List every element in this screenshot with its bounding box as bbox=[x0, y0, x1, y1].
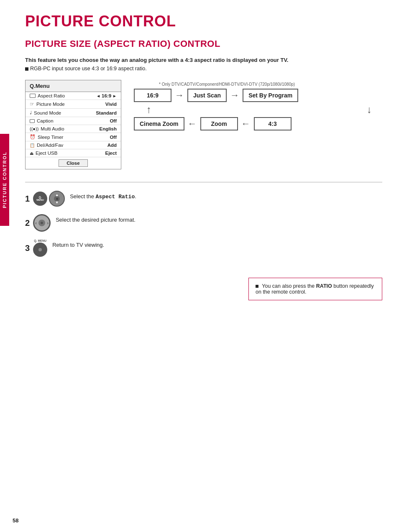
qmenu-row-picture: ☞ Picture Mode Vivid bbox=[26, 100, 121, 109]
flow-top-row: 16:9 → Just Scan → Set By Program bbox=[134, 89, 382, 102]
eject-usb-icon: ⏏ bbox=[30, 151, 33, 156]
steps-area: 1 Q. MENU ▲ bbox=[25, 191, 382, 257]
up-arrow: ↑ bbox=[134, 104, 151, 115]
up-chevron: ▲ bbox=[55, 193, 59, 197]
page-title: PICTURE CONTROL bbox=[25, 13, 382, 30]
qmenu-value-caption: Off bbox=[110, 118, 117, 123]
wheel-right-arrow: › bbox=[47, 220, 49, 225]
step-2-number: 2 bbox=[25, 219, 30, 227]
flow-bottom-row: Cinema Zoom ← Zoom ← 4:3 bbox=[134, 117, 382, 130]
note-container: You can also press the RATIO button repe… bbox=[25, 269, 382, 300]
intro-sub: RGB-PC input source use 4:3 or 16:9 aspe… bbox=[25, 66, 382, 72]
arrow-right-1: → bbox=[171, 90, 187, 101]
qmenu-title: Q.Menu bbox=[26, 80, 121, 92]
qmenu-label-sound: ♩ Sound Mode bbox=[30, 110, 61, 115]
sound-icon: ♩ bbox=[30, 110, 32, 115]
flow-box-set-by-program: Set By Program bbox=[243, 89, 298, 102]
qmenu-row-sleep: ⏰ Sleep Timer Off bbox=[26, 133, 121, 141]
step-1-text: Select the Aspect Ratio. bbox=[70, 191, 136, 200]
flow-box-16-9: 16:9 bbox=[134, 89, 171, 102]
qmenu-row-multi: ((●)) Multi Audio English bbox=[26, 125, 121, 133]
step-2-text: Select the desired picture format. bbox=[56, 214, 136, 223]
wheel-left-arrow: ‹ bbox=[35, 220, 37, 225]
qmenu-label-sleep: ⏰ Sleep Timer bbox=[30, 134, 63, 140]
qmenu-row-caption: Caption Off bbox=[26, 117, 121, 125]
page-number: 58 bbox=[13, 517, 18, 524]
qmenu-row-eject: ⏏ Eject USB Eject bbox=[26, 149, 121, 157]
flow-middle-arrows: ↑ ↓ bbox=[134, 102, 382, 117]
qmenu-value-sound: Standard bbox=[96, 110, 117, 115]
step-3-text: Return to TV viewing. bbox=[52, 239, 104, 248]
flow-box-4-3: 4:3 bbox=[254, 117, 292, 130]
diagram-area: Q.Menu Aspect Ratio ◄ 16:9 ► ☞ Picture M… bbox=[25, 80, 382, 169]
note-box: You can also press the RATIO button repe… bbox=[248, 278, 382, 300]
qmenu-row-aspect: Aspect Ratio ◄ 16:9 ► bbox=[26, 92, 121, 100]
qmenu-label-caption: Caption bbox=[30, 118, 54, 123]
side-tab: PICTURE CONTROL bbox=[0, 134, 9, 226]
note-text-bold: RATIO bbox=[316, 283, 332, 289]
section-divider bbox=[25, 182, 382, 182]
qmenu-close-button[interactable]: Close bbox=[59, 159, 87, 167]
down-arrow: ↓ bbox=[367, 104, 382, 115]
step-1-icon-wrapper: 1 Q. MENU ▲ bbox=[25, 191, 65, 207]
qmenu-button-icon: Q. MENU bbox=[33, 192, 47, 206]
multi-audio-icon: ((●)) bbox=[30, 126, 38, 131]
caption-icon bbox=[30, 119, 35, 123]
qmenu-row-sound: ♩ Sound Mode Standard bbox=[26, 109, 121, 117]
picture-icon: ☞ bbox=[30, 101, 34, 107]
flow-box-zoom: Zoom bbox=[200, 117, 238, 130]
qmenu-value-aspect: ◄ 16:9 ► bbox=[96, 93, 117, 98]
step-3-icon: Q. MENU bbox=[33, 239, 47, 257]
sleep-timer-icon: ⏰ bbox=[30, 134, 36, 140]
flow-box-cinema-zoom: Cinema Zoom bbox=[134, 117, 184, 130]
flow-box-just-scan: Just Scan bbox=[187, 89, 227, 102]
section-title: PICTURE SIZE (ASPECT RATIO) CONTROL bbox=[25, 38, 382, 49]
flow-diagram: * Only DTV/CADTV/Component/HDMI-DTV/DVI-… bbox=[134, 80, 382, 130]
bullet-icon bbox=[25, 67, 28, 71]
qmenu-value-sleep: Off bbox=[110, 135, 117, 140]
step-1-number: 1 bbox=[25, 194, 30, 203]
del-add-fav-icon: 📋 bbox=[30, 143, 35, 148]
down-chevron: ▼ bbox=[55, 200, 59, 205]
side-tab-label: PICTURE CONTROL bbox=[2, 151, 7, 208]
intro-text: This feature lets you choose the way an … bbox=[25, 57, 382, 63]
nav-wheel-icon: ▲ ▼ bbox=[49, 191, 65, 207]
qmenu-label-aspect: Aspect Ratio bbox=[30, 93, 65, 98]
step-3-icon-wrapper: 3 Q. MENU bbox=[25, 239, 47, 257]
step-2: 2 ‹ › Select the desired bbox=[25, 214, 382, 232]
step-2-icon: ‹ › bbox=[33, 214, 51, 232]
flow-note: * Only DTV/CADTV/Component/HDMI-DTV/DVI-… bbox=[159, 82, 382, 87]
qmenu-value-del: Add bbox=[107, 143, 117, 148]
step-2-icon-wrapper: 2 ‹ › bbox=[25, 214, 51, 232]
qmenu-label-multi: ((●)) Multi Audio bbox=[30, 126, 64, 131]
step-3-number: 3 bbox=[25, 244, 30, 252]
arrow-right-2: → bbox=[227, 90, 243, 101]
step-3: 3 Q. MENU Return to TV viewing. bbox=[25, 239, 382, 257]
right-arrow-icon: ► bbox=[113, 94, 117, 98]
note-text-before: You can also press the bbox=[262, 283, 316, 289]
left-arrow-icon: ◄ bbox=[96, 94, 100, 98]
step-1: 1 Q. MENU ▲ bbox=[25, 191, 382, 207]
qmenu-row-del: 📋 Del/Add/Fav Add bbox=[26, 141, 121, 149]
qmenu-label-above: Q. MENU bbox=[34, 239, 46, 242]
bullet-square-note bbox=[256, 285, 258, 288]
step-1-icons: Q. MENU ▲ bbox=[33, 191, 65, 207]
qmenu-close-row: Close bbox=[26, 157, 121, 169]
qmenu-label-eject: ⏏ Eject USB bbox=[30, 151, 57, 156]
arrow-left-2: ← bbox=[238, 118, 254, 129]
arrow-left-1: ← bbox=[184, 118, 200, 129]
qmenu-value-picture: Vivid bbox=[105, 102, 117, 107]
qmenu-value-eject: Eject bbox=[105, 151, 117, 156]
qmenu-value-multi: English bbox=[99, 126, 117, 131]
qmenu-label-picture: ☞ Picture Mode bbox=[30, 101, 65, 107]
qmenu-label-del: 📋 Del/Add/Fav bbox=[30, 143, 63, 148]
qmenu-box: Q.Menu Aspect Ratio ◄ 16:9 ► ☞ Picture M… bbox=[25, 80, 121, 169]
aspect-icon bbox=[30, 94, 36, 98]
